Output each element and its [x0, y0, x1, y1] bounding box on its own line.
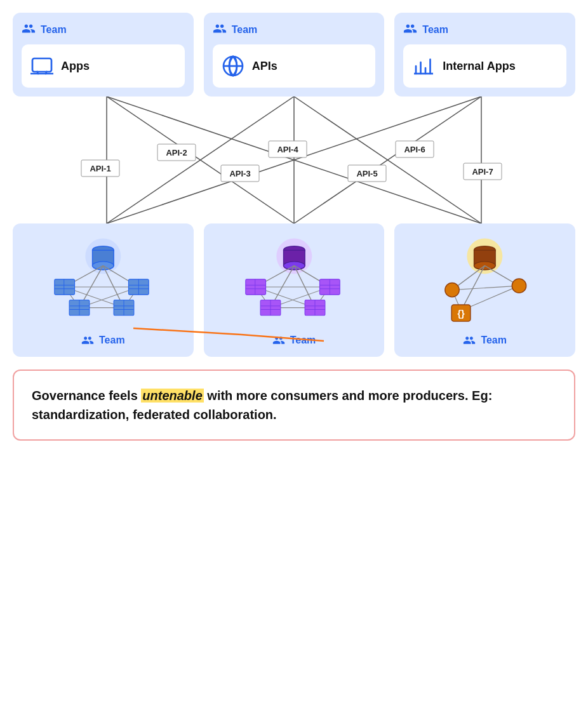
db-cluster-middle [214, 234, 375, 325]
team-footer-right: Team [463, 334, 507, 347]
team-icon-2 [213, 22, 227, 38]
team-label-1: Team [41, 24, 67, 36]
svg-text:API-1: API-1 [90, 164, 110, 173]
team-label-bottom-right: Team [481, 335, 507, 346]
apis-card-content: APIs [213, 44, 376, 88]
internal-apps-card-content: Internal Apps [403, 44, 566, 88]
apps-card-content: Apps [22, 44, 185, 88]
info-text-before: Governance feels [32, 389, 141, 403]
svg-text:API-2: API-2 [166, 148, 187, 157]
svg-rect-40 [55, 279, 75, 295]
internal-apps-label: Internal Apps [443, 60, 515, 73]
team-footer-icon-middle [272, 334, 285, 347]
svg-point-97 [512, 279, 526, 293]
db-cluster-right: {} [404, 234, 565, 325]
bottom-card-middle: Team [204, 223, 385, 357]
team-footer-middle: Team [272, 334, 316, 347]
team-footer-icon-left [81, 334, 94, 347]
team-footer-left: Team [81, 334, 125, 347]
chart-icon [412, 55, 435, 77]
connection-area: API-1 API-2 API-3 API-4 API-5 API-6 API-… [13, 97, 575, 223]
apis-label: APIs [252, 60, 277, 73]
top-card-internal-apps: Team Internal Apps [394, 13, 575, 97]
apps-label: Apps [61, 60, 90, 73]
info-text: Governance feels untenable with more con… [32, 386, 556, 424]
svg-text:API-6: API-6 [404, 145, 425, 154]
team-footer-icon-right [463, 334, 476, 347]
team-icon-3 [403, 22, 417, 38]
team-header-3: Team [403, 22, 566, 38]
team-header-1: Team [22, 22, 185, 38]
svg-text:API-7: API-7 [472, 167, 493, 176]
bottom-card-left: Team [13, 223, 194, 357]
svg-text:API-3: API-3 [229, 169, 250, 178]
svg-text:API-5: API-5 [356, 169, 377, 178]
bottom-cards-row: Team [13, 223, 575, 357]
bottom-card-right: {} Team [394, 223, 575, 357]
svg-rect-0 [32, 58, 51, 72]
team-label-2: Team [232, 24, 258, 36]
team-icon-1 [22, 22, 36, 38]
globe-icon [222, 55, 244, 77]
svg-text:{}: {} [458, 308, 465, 319]
team-label-bottom-left: Team [99, 335, 125, 346]
team-label-bottom-middle: Team [290, 335, 316, 346]
svg-line-93 [452, 286, 519, 290]
top-cards-row: Team Apps Team [13, 13, 575, 97]
info-highlight: untenable [141, 389, 203, 403]
team-label-3: Team [422, 24, 448, 36]
laptop-icon [30, 55, 53, 77]
svg-point-96 [445, 283, 459, 296]
info-box: Governance feels untenable with more con… [13, 370, 575, 441]
top-card-apps: Team Apps [13, 13, 194, 97]
db-cluster-left [23, 234, 184, 325]
svg-rect-70 [245, 279, 265, 295]
top-card-apis: Team APIs [204, 13, 385, 97]
svg-text:API-4: API-4 [277, 145, 298, 154]
main-container: Team Apps Team [13, 13, 575, 441]
connection-svg: API-1 API-2 API-3 API-4 API-5 API-6 API-… [13, 97, 575, 223]
team-header-2: Team [213, 22, 376, 38]
